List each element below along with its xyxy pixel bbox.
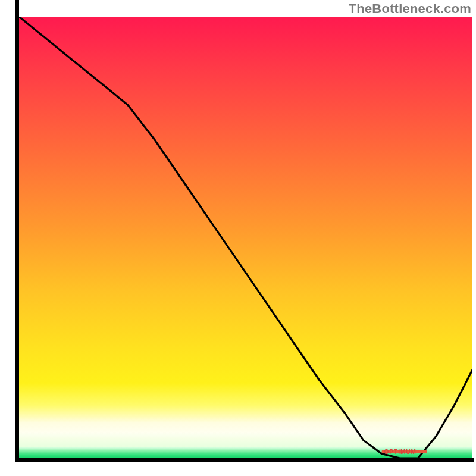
curve-svg	[19, 17, 472, 458]
bottleneck-chart: TheBottleneck.com OPTIMUM	[0, 0, 476, 476]
optimum-label: OPTIMUM	[384, 449, 416, 455]
plot-area: OPTIMUM	[19, 17, 472, 458]
bottleneck-curve-path	[19, 17, 472, 458]
watermark-text: TheBottleneck.com	[349, 1, 471, 17]
